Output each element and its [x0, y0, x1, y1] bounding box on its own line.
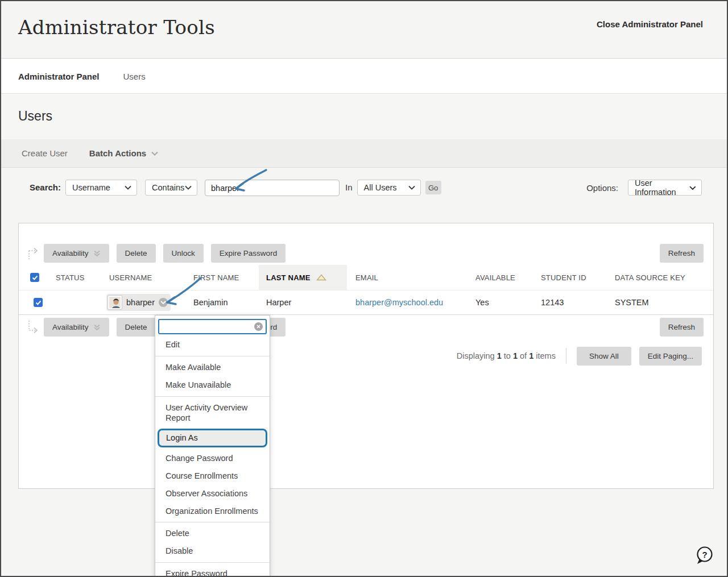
paging-displaying-label: Displaying: [457, 351, 495, 360]
menu-item-observer-associations[interactable]: Observer Associations: [155, 485, 270, 503]
apply-to-selection-icon: [27, 246, 40, 261]
availability-label: Availability: [52, 323, 89, 331]
email-link[interactable]: bharper@myschool.edu: [355, 298, 443, 307]
column-header-available[interactable]: AVAILABLE: [475, 273, 541, 282]
chevron-down-icon: [151, 151, 158, 156]
column-header-data-source-key[interactable]: DATA SOURCE KEY: [615, 273, 713, 282]
menu-divider: [155, 562, 270, 563]
menu-item-change-password[interactable]: Change Password: [155, 450, 270, 467]
column-header-status[interactable]: STATUS: [56, 273, 109, 282]
row-checkbox[interactable]: [34, 298, 43, 307]
search-bar: Search: Username Contains In All Users G…: [1, 168, 727, 223]
in-label: In: [345, 180, 353, 196]
menu-item-edit[interactable]: Edit: [155, 336, 270, 354]
apply-to-selection-icon: [27, 319, 40, 335]
data-source-key-cell: SYSTEM: [615, 298, 713, 307]
go-button[interactable]: Go: [425, 181, 441, 194]
paging-of-label: of: [520, 351, 527, 360]
chevron-down-icon: [125, 185, 131, 190]
batch-actions-label: Batch Actions: [89, 148, 146, 158]
edit-paging-button[interactable]: Edit Paging...: [639, 347, 702, 366]
menu-filter-input[interactable]: [158, 319, 267, 334]
search-operator-select[interactable]: Contains: [145, 180, 197, 196]
paging-bar: Displaying 1 to 1 of 1 items Show All Ed…: [19, 346, 713, 366]
column-header-first-name[interactable]: FIRST NAME: [193, 273, 266, 282]
options-value: User Information: [635, 179, 689, 197]
username-menu-trigger[interactable]: bharper: [106, 294, 171, 311]
menu-divider: [155, 356, 270, 356]
chevron-down-icon: [160, 301, 166, 305]
availability-button-bottom[interactable]: Availability: [44, 318, 109, 337]
table-header-row: STATUS USERNAME FIRST NAME LAST NAME EMA…: [19, 265, 713, 290]
search-input[interactable]: [205, 180, 340, 196]
paging-from: 1: [497, 351, 502, 360]
refresh-button-bottom[interactable]: Refresh: [660, 318, 704, 337]
administrator-tools-page: Administrator Tools Close Administrator …: [0, 0, 728, 577]
top-header: Administrator Tools Close Administrator …: [1, 1, 727, 59]
options-label: Options:: [586, 183, 618, 193]
availability-button[interactable]: Availability: [44, 244, 109, 263]
available-cell: Yes: [475, 298, 541, 307]
menu-item-login-as[interactable]: Login As: [158, 429, 267, 447]
row-context-menu-button[interactable]: [159, 298, 168, 307]
breadcrumb-users[interactable]: Users: [123, 72, 146, 81]
create-user-button[interactable]: Create User: [22, 148, 68, 158]
menu-item-make-available[interactable]: Make Available: [155, 359, 270, 376]
menu-filter: [158, 319, 267, 334]
search-scope-value: All Users: [364, 183, 397, 192]
refresh-button[interactable]: Refresh: [660, 244, 704, 263]
expire-password-button[interactable]: Expire Password: [211, 244, 286, 263]
options-group: Options: User Information: [586, 180, 702, 196]
last-name-label: LAST NAME: [266, 273, 311, 282]
help-button[interactable]: ?: [694, 545, 714, 568]
users-table-panel: Availability Delete Unlock Expire Passwo…: [18, 223, 714, 489]
clear-icon[interactable]: [254, 322, 263, 331]
paging-divider: [566, 348, 566, 364]
close-admin-panel-link[interactable]: Close Administrator Panel: [597, 19, 703, 29]
paging-items-label: items: [536, 351, 556, 360]
table-actions-top: Availability Delete Unlock Expire Passwo…: [19, 223, 713, 263]
batch-actions-button[interactable]: Batch Actions: [89, 148, 158, 158]
breadcrumb-admin-panel[interactable]: Administrator Panel: [18, 72, 100, 81]
breadcrumb: Administrator Panel Users: [1, 59, 727, 94]
column-header-email[interactable]: EMAIL: [355, 273, 475, 282]
chevron-down-icon: [185, 185, 192, 190]
check-icon: [32, 275, 38, 280]
chevron-double-down-icon: [93, 250, 101, 257]
column-header-username[interactable]: USERNAME: [109, 273, 193, 282]
last-name-cell: Harper: [266, 298, 355, 307]
menu-divider: [155, 396, 270, 397]
chevron-double-down-icon: [93, 324, 101, 331]
delete-button[interactable]: Delete: [117, 244, 156, 263]
search-label: Search:: [30, 180, 61, 196]
action-toolbar: Create User Batch Actions: [1, 139, 727, 168]
paging-to: 1: [513, 351, 518, 360]
avatar: [108, 296, 122, 309]
search-operator-value: Contains: [152, 183, 184, 192]
menu-item-disable[interactable]: Disable: [155, 542, 270, 560]
show-all-button[interactable]: Show All: [577, 347, 631, 366]
menu-item-organization-enrollments[interactable]: Organization Enrollments: [155, 503, 270, 520]
column-header-student-id[interactable]: STUDENT ID: [541, 273, 615, 282]
help-glyph: ?: [702, 550, 707, 559]
username-cell: bharper: [109, 294, 193, 311]
column-header-last-name[interactable]: LAST NAME: [259, 265, 347, 290]
sort-ascending-icon: [316, 274, 326, 281]
menu-item-course-enrollments[interactable]: Course Enrollments: [155, 467, 270, 485]
student-id-cell: 12143: [541, 298, 615, 307]
search-field-select[interactable]: Username: [65, 180, 137, 196]
menu-item-expire-password[interactable]: Expire Password: [155, 565, 270, 577]
user-context-menu: Edit Make Available Make Unavailable Use…: [155, 315, 270, 577]
options-select[interactable]: User Information: [628, 180, 702, 196]
search-scope-select[interactable]: All Users: [357, 180, 421, 196]
menu-item-make-unavailable[interactable]: Make Unavailable: [155, 376, 270, 394]
username-text: bharper: [126, 298, 155, 307]
menu-item-user-activity-overview-report[interactable]: User Activity Overview Report: [155, 399, 270, 427]
menu-item-delete[interactable]: Delete: [155, 525, 270, 542]
select-all-checkbox[interactable]: [30, 273, 39, 282]
unlock-button[interactable]: Unlock: [163, 244, 204, 263]
availability-label: Availability: [52, 249, 89, 258]
delete-button-bottom[interactable]: Delete: [117, 318, 156, 337]
table-actions-bottom: Availability Delete Unlock Expire Passwo…: [19, 315, 713, 337]
help-icon: ?: [694, 545, 714, 566]
